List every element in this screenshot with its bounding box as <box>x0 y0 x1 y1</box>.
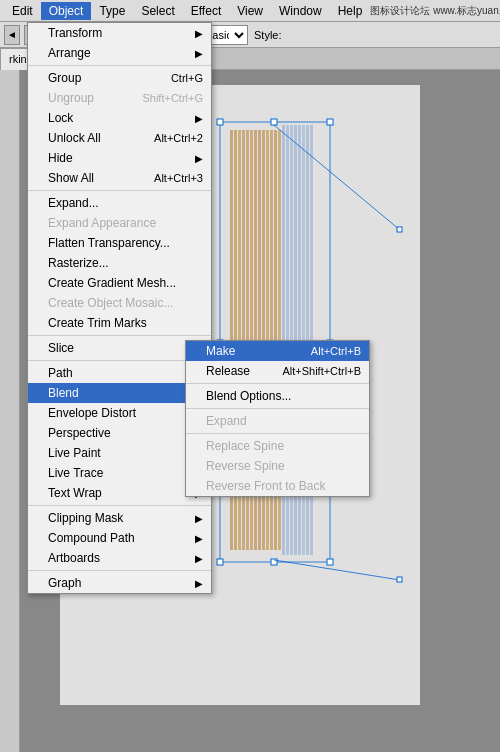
menu-item-transform[interactable]: Transform ▶ <box>28 23 211 43</box>
menu-item-ungroup: Ungroup Shift+Ctrl+G <box>28 88 211 108</box>
menu-item-artboards-arrow: ▶ <box>195 553 203 564</box>
submenu-blend-expand: Expand <box>186 411 369 431</box>
menu-item-arrange-label: Arrange <box>48 46 91 60</box>
submenu-reverse-spine: Reverse Spine <box>186 456 369 476</box>
menu-item-lock[interactable]: Lock ▶ <box>28 108 211 128</box>
separator-2 <box>28 190 211 191</box>
menu-item-live-trace[interactable]: Live Trace ▶ <box>28 463 211 483</box>
submenu-replace-spine-label: Replace Spine <box>206 439 284 453</box>
separator-1 <box>28 65 211 66</box>
blend-sep-2 <box>186 408 369 409</box>
menu-item-graph-label: Graph <box>48 576 81 590</box>
menu-item-create-gradient-mesh-label: Create Gradient Mesh... <box>48 276 176 290</box>
menu-item-ungroup-shortcut: Shift+Ctrl+G <box>142 92 203 104</box>
menu-item-arrange[interactable]: Arrange ▶ <box>28 43 211 63</box>
menu-item-graph[interactable]: Graph ▶ <box>28 573 211 593</box>
submenu-blend-options[interactable]: Blend Options... <box>186 386 369 406</box>
submenu-blend-make-label: Make <box>206 344 235 358</box>
menu-item-hide-arrow: ▶ <box>195 153 203 164</box>
menu-item-hide[interactable]: Hide ▶ <box>28 148 211 168</box>
menu-item-create-object-mosaic-label: Create Object Mosaic... <box>48 296 173 310</box>
menu-item-path[interactable]: Path ▶ <box>28 363 211 383</box>
menu-item-transform-label: Transform <box>48 26 102 40</box>
handle-extended-1 <box>397 227 402 232</box>
menu-item-rasterize[interactable]: Rasterize... <box>28 253 211 273</box>
menu-view[interactable]: View <box>229 2 271 20</box>
handle-extended-2 <box>397 577 402 582</box>
handle-tr <box>327 119 333 125</box>
left-panel <box>0 70 20 752</box>
menu-effect[interactable]: Effect <box>183 2 229 20</box>
menu-item-envelope-distort-label: Envelope Distort <box>48 406 136 420</box>
separator-5 <box>28 505 211 506</box>
submenu-reverse-spine-label: Reverse Spine <box>206 459 285 473</box>
menu-item-create-gradient-mesh[interactable]: Create Gradient Mesh... <box>28 273 211 293</box>
menu-item-lock-label: Lock <box>48 111 73 125</box>
menu-object[interactable]: Object <box>41 2 92 20</box>
submenu-reverse-front-to-back-label: Reverse Front to Back <box>206 479 325 493</box>
menu-item-expand-label: Expand... <box>48 196 99 210</box>
menu-item-flatten-transparency-label: Flatten Transparency... <box>48 236 170 250</box>
submenu-blend-options-label: Blend Options... <box>206 389 291 403</box>
menu-item-ungroup-label: Ungroup <box>48 91 94 105</box>
menu-item-lock-arrow: ▶ <box>195 113 203 124</box>
menu-select[interactable]: Select <box>133 2 182 20</box>
menu-type[interactable]: Type <box>91 2 133 20</box>
menu-item-live-paint[interactable]: Live Paint ▶ <box>28 443 211 463</box>
menu-item-show-all-label: Show All <box>48 171 94 185</box>
separator-6 <box>28 570 211 571</box>
menu-item-artboards-label: Artboards <box>48 551 100 565</box>
menu-item-slice[interactable]: Slice ▶ <box>28 338 211 358</box>
blend-sep-3 <box>186 433 369 434</box>
menu-item-unlock-all[interactable]: Unlock All Alt+Ctrl+2 <box>28 128 211 148</box>
handle-tl <box>217 119 223 125</box>
menu-item-text-wrap-label: Text Wrap <box>48 486 102 500</box>
menu-bar: Edit Object Type Select Effect View Wind… <box>0 0 500 22</box>
menu-item-create-trim-marks[interactable]: Create Trim Marks <box>28 313 211 333</box>
menu-help[interactable]: Help <box>330 2 371 20</box>
menu-item-envelope-distort[interactable]: Envelope Distort ▶ <box>28 403 211 423</box>
menu-item-group-label: Group <box>48 71 81 85</box>
toolbar-style-label: Style: <box>254 29 282 41</box>
handle-tm <box>271 119 277 125</box>
handle-bm <box>271 559 277 565</box>
menu-item-text-wrap[interactable]: Text Wrap ▶ <box>28 483 211 503</box>
handle-br <box>327 559 333 565</box>
menu-item-blend[interactable]: Blend ▶ <box>28 383 211 403</box>
menu-item-artboards[interactable]: Artboards ▶ <box>28 548 211 568</box>
handle-bl <box>217 559 223 565</box>
menu-item-clipping-mask-arrow: ▶ <box>195 513 203 524</box>
menu-item-unlock-all-label: Unlock All <box>48 131 101 145</box>
menu-item-compound-path[interactable]: Compound Path ▶ <box>28 528 211 548</box>
menu-edit[interactable]: Edit <box>4 2 41 20</box>
menu-item-hide-label: Hide <box>48 151 73 165</box>
menu-item-show-all[interactable]: Show All Alt+Ctrl+3 <box>28 168 211 188</box>
menu-item-live-trace-label: Live Trace <box>48 466 103 480</box>
menu-window[interactable]: Window <box>271 2 330 20</box>
submenu-blend-release-label: Release <box>206 364 250 378</box>
menu-item-path-label: Path <box>48 366 73 380</box>
menu-item-unlock-all-shortcut: Alt+Ctrl+2 <box>154 132 203 144</box>
menu-item-perspective-label: Perspective <box>48 426 111 440</box>
menu-item-perspective[interactable]: Perspective ▶ <box>28 423 211 443</box>
submenu-blend-release-shortcut: Alt+Shift+Ctrl+B <box>282 365 361 377</box>
menu-item-group[interactable]: Group Ctrl+G <box>28 68 211 88</box>
menu-item-graph-arrow: ▶ <box>195 578 203 589</box>
menu-item-create-trim-marks-label: Create Trim Marks <box>48 316 147 330</box>
menu-item-flatten-transparency[interactable]: Flatten Transparency... <box>28 233 211 253</box>
submenu-blend-expand-label: Expand <box>206 414 247 428</box>
separator-4 <box>28 360 211 361</box>
menu-item-clipping-mask[interactable]: Clipping Mask ▶ <box>28 508 211 528</box>
submenu-blend-release[interactable]: Release Alt+Shift+Ctrl+B <box>186 361 369 381</box>
menu-item-live-paint-label: Live Paint <box>48 446 101 460</box>
menu-item-rasterize-label: Rasterize... <box>48 256 109 270</box>
submenu-blend-make[interactable]: Make Alt+Ctrl+B <box>186 341 369 361</box>
menu-item-expand[interactable]: Expand... <box>28 193 211 213</box>
toolbar-left-arrow[interactable]: ◄ <box>4 25 20 45</box>
header-branding: 图标设计论坛 www.标志yuan.com <box>370 4 500 18</box>
submenu-blend-make-shortcut: Alt+Ctrl+B <box>311 345 361 357</box>
menu-item-show-all-shortcut: Alt+Ctrl+3 <box>154 172 203 184</box>
menu-item-clipping-mask-label: Clipping Mask <box>48 511 123 525</box>
menu-item-compound-path-label: Compound Path <box>48 531 135 545</box>
object-dropdown-menu: Transform ▶ Arrange ▶ Group Ctrl+G Ungro… <box>27 22 212 594</box>
